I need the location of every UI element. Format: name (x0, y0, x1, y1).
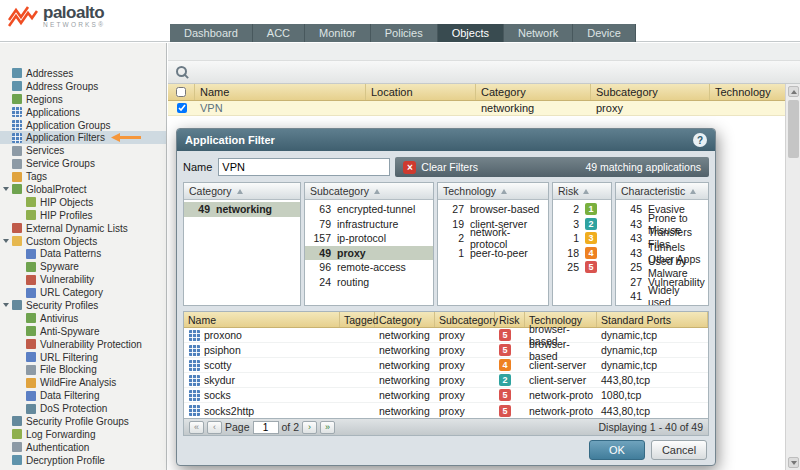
sidebar-item-antivirus[interactable]: Antivirus (0, 312, 166, 325)
filter-option-encrypted-tunnel[interactable]: 63encrypted-tunnel (305, 202, 433, 217)
sidebar-item-external-dynamic-lists[interactable]: External Dynamic Lists (0, 222, 166, 235)
filter-option-networking[interactable]: 49networking (184, 202, 300, 217)
sidebar-item-data-filtering[interactable]: Data Filtering (0, 389, 166, 402)
sidebar-item-vulnerability-protection[interactable]: Vulnerability Protection (0, 338, 166, 351)
next-page-button[interactable]: › (302, 421, 317, 434)
scroll-up-icon[interactable] (788, 86, 799, 97)
tab-network[interactable]: Network (504, 24, 573, 42)
sidebar-item-vulnerability[interactable]: Vulnerability (0, 273, 166, 286)
sidebar-item-spyware[interactable]: Spyware (0, 260, 166, 273)
filter-option-network-protocol[interactable]: 2network-protocol (438, 231, 548, 246)
column-header-technology[interactable]: Technology (710, 84, 785, 100)
technology-column-header[interactable]: Technology (438, 183, 548, 200)
filter-option-proxy[interactable]: 49proxy (305, 246, 433, 261)
tab-objects[interactable]: Objects (438, 24, 504, 42)
column-header-subcategory[interactable]: Subcategory (591, 84, 710, 100)
tab-device[interactable]: Device (573, 24, 636, 42)
results-column-standard-ports[interactable]: Standard Ports (597, 312, 708, 327)
sidebar-item-file-blocking[interactable]: File Blocking (0, 363, 166, 376)
filter-option-remote-access[interactable]: 96remote-access (305, 260, 433, 275)
filter-option-routing[interactable]: 24routing (305, 275, 433, 290)
cell-category: networking (375, 359, 435, 371)
caret-down-icon[interactable] (3, 300, 12, 310)
clear-filters-icon[interactable]: × (403, 161, 416, 174)
first-page-button[interactable]: « (189, 421, 204, 434)
name-input[interactable] (218, 158, 390, 176)
results-column-risk[interactable]: Risk (495, 312, 525, 327)
sidebar-item-application-groups[interactable]: Application Groups (0, 119, 166, 132)
result-row-skydur[interactable]: skydur networking proxy 2 client-server … (184, 373, 708, 388)
scrollbar-thumb[interactable] (788, 100, 799, 158)
sidebar-item-hip-profiles[interactable]: HIP Profiles (0, 209, 166, 222)
sidebar-item-dos-protection[interactable]: DoS Protection (0, 402, 166, 415)
scroll-down-icon[interactable] (788, 457, 799, 468)
sidebar-item-application-filters[interactable]: Application Filters (0, 131, 166, 144)
sidebar-item-tags[interactable]: Tags (0, 170, 166, 183)
select-all-checkbox[interactable] (176, 87, 186, 97)
prev-page-button[interactable]: ‹ (207, 421, 222, 434)
sidebar-item-regions[interactable]: Regions (0, 93, 166, 106)
caret-down-icon[interactable] (3, 184, 12, 194)
filter-option-risk-2[interactable]: 32 (553, 217, 611, 232)
tab-monitor[interactable]: Monitor (305, 24, 371, 42)
page-input[interactable] (253, 421, 279, 434)
sidebar-item-security-profile-groups[interactable]: Security Profile Groups (0, 415, 166, 428)
sidebar-item-hip-objects[interactable]: HIP Objects (0, 196, 166, 209)
results-column-name[interactable]: Name (184, 312, 340, 327)
filter-option-risk-5[interactable]: 255 (553, 260, 611, 275)
category-column-header[interactable]: Category (184, 183, 300, 200)
clear-filters-button[interactable]: Clear Filters (421, 161, 478, 173)
tab-acc[interactable]: ACC (253, 24, 305, 42)
results-column-subcategory[interactable]: Subcategory (435, 312, 495, 327)
sidebar-item-data-patterns[interactable]: Data Patterns (0, 247, 166, 260)
sidebar-item-url-filtering[interactable]: URL Filtering (0, 351, 166, 364)
sidebar-item-wildfire-analysis[interactable]: WildFire Analysis (0, 376, 166, 389)
sidebar-item-custom-objects[interactable]: Custom Objects (0, 235, 166, 248)
result-row-proxono[interactable]: proxono networking proxy 5 browser-based… (184, 328, 708, 343)
tab-policies[interactable]: Policies (371, 24, 438, 42)
filter-option-ip-protocol[interactable]: 157ip-protocol (305, 231, 433, 246)
column-header-name[interactable]: Name (195, 84, 366, 100)
sidebar-item-security-profiles[interactable]: Security Profiles (0, 299, 166, 312)
cell-name[interactable]: VPN (195, 101, 366, 115)
caret-down-icon[interactable] (3, 236, 12, 246)
sidebar-item-url-category[interactable]: URL Category (0, 286, 166, 299)
sidebar-item-address-groups[interactable]: Address Groups (0, 80, 166, 93)
subcategory-column-header[interactable]: Subcategory (305, 183, 433, 200)
results-column-category[interactable]: Category (375, 312, 435, 327)
vertical-scrollbar[interactable] (785, 84, 800, 470)
cancel-button[interactable]: Cancel (651, 440, 707, 460)
results-column-tagged[interactable]: Tagged (340, 312, 375, 327)
tab-dashboard[interactable]: Dashboard (170, 24, 253, 42)
column-header-location[interactable]: Location (366, 84, 476, 100)
sidebar-item-log-forwarding[interactable]: Log Forwarding (0, 428, 166, 441)
filter-option-widely-used[interactable]: 41Widely used (616, 289, 708, 304)
risk-column-header[interactable]: Risk (553, 183, 611, 200)
help-icon[interactable]: ? (693, 133, 707, 147)
sidebar-item-anti-spyware[interactable]: Anti-Spyware (0, 325, 166, 338)
filter-option-used-by-malware[interactable]: 25Used by Malware (616, 260, 708, 275)
ok-button[interactable]: OK (589, 440, 645, 460)
sidebar-item-authentication[interactable]: Authentication (0, 441, 166, 454)
last-page-button[interactable]: » (320, 421, 335, 434)
row-checkbox[interactable] (177, 103, 187, 113)
sidebar-item-service-groups[interactable]: Service Groups (0, 157, 166, 170)
filter-option-risk-3[interactable]: 13 (553, 231, 611, 246)
filter-option-risk-1[interactable]: 21 (553, 202, 611, 217)
sidebar-item-decryption-profile[interactable]: Decryption Profile (0, 454, 166, 467)
result-row-psiphon[interactable]: psiphon networking proxy 5 browser-based… (184, 343, 708, 358)
table-row-vpn[interactable]: VPN networking proxy (168, 101, 785, 116)
sidebar-item-applications[interactable]: Applications (0, 106, 166, 119)
result-row-scotty[interactable]: scotty networking proxy 4 client-server … (184, 358, 708, 373)
sidebar-item-services[interactable]: Services (0, 144, 166, 157)
filter-option-browser-based[interactable]: 27browser-based (438, 202, 548, 217)
sidebar-item-globalprotect[interactable]: GlobalProtect (0, 183, 166, 196)
filter-option-infrastructure[interactable]: 79infrastructure (305, 217, 433, 232)
characteristic-column-header[interactable]: Characteristic (616, 183, 708, 200)
search-icon[interactable] (176, 66, 189, 79)
result-row-socks2http[interactable]: socks2http networking proxy 5 network-pr… (184, 403, 708, 418)
filter-option-risk-4[interactable]: 184 (553, 246, 611, 261)
result-row-socks[interactable]: socks networking proxy 5 network-proto 1… (184, 388, 708, 403)
sidebar-item-addresses[interactable]: Addresses (0, 67, 166, 80)
column-header-category[interactable]: Category (476, 84, 591, 100)
